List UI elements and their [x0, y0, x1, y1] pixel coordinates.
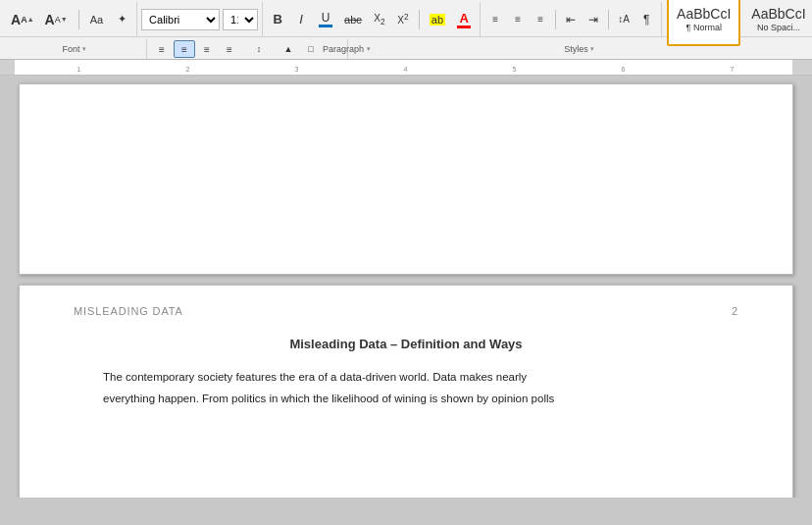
document-area: MISLEADING DATA 2 Misleading Data – Defi… [0, 76, 812, 498]
strikethrough-icon: abc [344, 14, 362, 26]
font-section-row1: A A ▲ A A ▼ Aa ✦ [2, 2, 137, 36]
font-name-select[interactable]: Calibri [141, 9, 220, 30]
ruler-tick-3: 3 [294, 66, 298, 73]
change-case-icon: Aa [90, 14, 103, 26]
ruler-gray-left [0, 60, 15, 75]
text-highlight-icon: ab [430, 13, 445, 26]
italic-button[interactable]: I [290, 9, 312, 30]
multilevel-icon: ≡ [537, 15, 543, 25]
subscript-icon: X2 [374, 13, 384, 26]
clear-format-icon: ✦ [118, 13, 127, 26]
justify-icon: ≡ [227, 44, 232, 55]
superscript-icon: X2 [397, 12, 408, 26]
borders-icon: □ [308, 44, 313, 54]
decrease-indent-icon: ⇤ [566, 13, 576, 26]
align-left-button[interactable]: ≡ [151, 40, 173, 58]
bullets-icon: ≡ [492, 15, 498, 25]
grow-font-arrow: ▲ [27, 16, 34, 23]
justify-button[interactable]: ≡ [219, 40, 240, 58]
align-right-button[interactable]: ≡ [196, 40, 218, 58]
ruler-white: 1 2 3 4 5 6 7 [15, 60, 792, 75]
text-format-buttons: B I U abc X2 X2 ab A [263, 2, 481, 36]
superscript-button[interactable]: X2 [392, 9, 414, 30]
document-title: Misleading Data – Definition and Ways [74, 337, 738, 351]
align-right-icon: ≡ [204, 44, 210, 55]
ruler-tick-1: 1 [76, 66, 80, 73]
page-header-right: 2 [732, 305, 738, 317]
ruler-gray-right [792, 60, 812, 75]
numbering-icon: ≡ [515, 15, 521, 25]
style-normal-label: ¶ Normal [686, 24, 722, 33]
bold-button[interactable]: B [267, 9, 288, 30]
shrink-font-button[interactable]: A A ▼ [40, 9, 73, 30]
document-page-1 [19, 83, 793, 275]
styles-expand-icon: ▾ [590, 45, 594, 53]
grow-font-icon: A [11, 12, 21, 27]
clear-format-button[interactable]: ✦ [111, 9, 132, 30]
font-color-icon: A [457, 11, 471, 28]
sort-icon: ↕A [618, 14, 630, 25]
multilevel-list-button[interactable]: ≡ [530, 9, 551, 30]
ruler-tick-7: 7 [731, 66, 735, 73]
center-button[interactable]: ≡ [174, 40, 195, 58]
ruler-ticks: 1 2 3 4 5 6 7 [15, 60, 792, 75]
body-line-2: everything happen. From politics in whic… [74, 389, 738, 410]
paragraph-buttons-row1: ≡ ≡ ≡ ⇤ ⇥ ↕A ¶ [481, 2, 662, 36]
numbering-button[interactable]: ≡ [507, 9, 529, 30]
strikethrough-button[interactable]: abc [339, 9, 367, 30]
text-highlight-button[interactable]: ab [425, 9, 450, 30]
ruler-tick-4: 4 [404, 66, 408, 73]
bullets-button[interactable]: ≡ [484, 9, 506, 30]
page-header-left: MISLEADING DATA [74, 305, 183, 317]
sort-button[interactable]: ↕A [613, 9, 634, 30]
body-line-1: The contemporary society features the er… [74, 367, 738, 389]
pilcrow-icon: ¶ [643, 13, 649, 26]
ruler-tick-2: 2 [185, 66, 189, 73]
ruler-tick-6: 6 [622, 66, 626, 73]
ribbon-toolbar: A A ▲ A A ▼ Aa ✦ Calibri [0, 0, 812, 60]
shrink-font-icon: A [45, 12, 55, 27]
italic-icon: I [299, 12, 303, 26]
grow-font-button[interactable]: A A ▲ [6, 9, 39, 30]
styles-label: Styles [564, 44, 588, 54]
bold-icon: B [273, 12, 281, 26]
line-spacing-button[interactable]: ↕ [248, 40, 270, 58]
line-spacing-icon: ↕ [257, 44, 262, 54]
shading-button[interactable]: ▲ [278, 40, 299, 58]
shading-icon: ▲ [284, 44, 293, 54]
toolbar-row2: Font ▾ ≡ ≡ ≡ ≡ ↕ ▲ □ Paragraph ▾ Styles … [0, 37, 812, 59]
increase-indent-button[interactable]: ⇥ [583, 9, 604, 30]
shrink-font-arrow: ▼ [61, 16, 68, 23]
font-name-size-area: Calibri 11 [137, 2, 263, 36]
document-body: The contemporary society features the er… [74, 367, 738, 410]
underline-icon: U [319, 11, 332, 27]
style-no-spacing-preview: AaBbCcI [751, 6, 805, 22]
font-color-button[interactable]: A [452, 9, 476, 30]
styles-label-area: Styles ▾ [348, 39, 810, 59]
ruler: 1 2 3 4 5 6 7 [0, 60, 812, 76]
change-case-button[interactable]: Aa [85, 9, 108, 30]
decrease-indent-button[interactable]: ⇤ [560, 9, 582, 30]
align-left-icon: ≡ [159, 44, 165, 55]
font-section-label-area: Font ▾ [2, 39, 147, 59]
show-paragraph-button[interactable]: ¶ [635, 9, 657, 30]
ruler-tick-5: 5 [513, 66, 517, 73]
subscript-button[interactable]: X2 [369, 9, 390, 30]
center-icon: ≡ [181, 44, 187, 55]
styles-section: AaBbCcI ¶ Normal AaBbCcI No Spaci... AaB… [662, 2, 812, 36]
page-header: MISLEADING DATA 2 [74, 305, 738, 317]
style-no-spacing-label: No Spaci... [757, 24, 800, 33]
font-label: Font [62, 44, 79, 54]
increase-indent-icon: ⇥ [588, 13, 598, 26]
document-page-2: MISLEADING DATA 2 Misleading Data – Defi… [19, 285, 793, 498]
font-expand-icon: ▾ [82, 45, 86, 53]
alignment-buttons: ≡ ≡ ≡ ≡ ↕ ▲ □ Paragraph ▾ [147, 39, 348, 59]
underline-button[interactable]: U [314, 9, 337, 30]
style-normal-preview: AaBbCcI [677, 6, 731, 22]
font-size-select[interactable]: 11 [223, 9, 258, 30]
borders-button[interactable]: □ [300, 40, 322, 58]
